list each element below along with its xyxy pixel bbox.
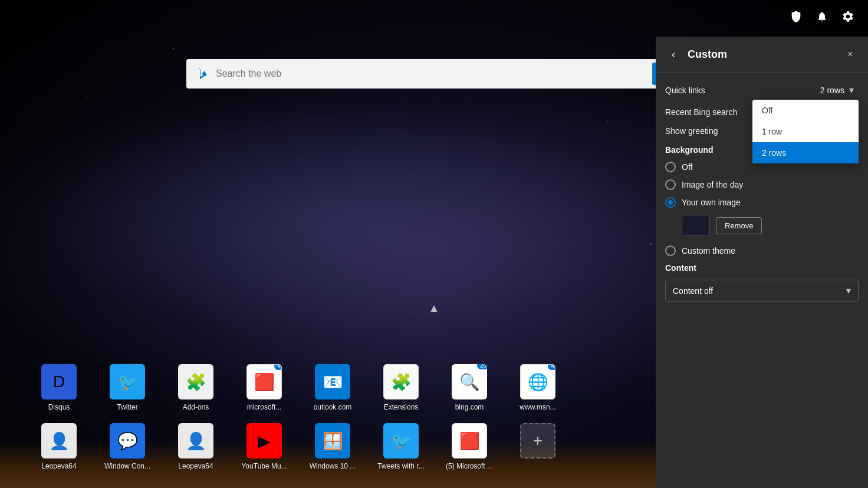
ql-icon-msn: 🌐4 — [520, 364, 555, 399]
ql-item-addons[interactable]: 🧩Add-ons — [166, 364, 225, 411]
collapse-arrow[interactable]: ▲ — [422, 301, 446, 315]
bg-customtheme-row[interactable]: Custom theme — [665, 245, 859, 256]
bg-off-label: Off — [682, 162, 692, 172]
bg-ownimage-label: Your own image — [682, 198, 741, 207]
quick-links-row: Quick links 2 rows ▾ Off 1 row 2 rows — [665, 82, 859, 98]
ql-label-microsoft: microsoft... — [247, 403, 282, 411]
quicklinks-row-2: 👤Leopeva64💬Window Con...👤Leopeva64▶YouTu… — [29, 423, 567, 470]
remove-button[interactable]: Remove — [716, 217, 762, 234]
ql-item-microsoft[interactable]: 🟥4microsoft... — [235, 364, 294, 411]
gear-icon[interactable] — [837, 6, 859, 27]
ql-label-windows10: Windows 10 ... — [310, 462, 356, 470]
ql-add-button[interactable]: + — [508, 423, 567, 470]
bg-imageday-radio[interactable] — [665, 179, 676, 190]
quick-links-label: Quick links — [665, 86, 816, 95]
ql-icon-youtube: ▶ — [246, 423, 282, 458]
ql-icon-tweets: 🐦 — [383, 423, 419, 458]
ql-label-msn: www.msn... — [520, 403, 555, 411]
ql-label-bing: bing.com — [455, 403, 484, 411]
add-icon: + — [520, 423, 555, 458]
content-label: Content — [665, 263, 859, 273]
top-bar — [776, 0, 868, 33]
ql-label-twitter: Twitter — [117, 403, 137, 411]
ql-label-extensions: Extensions — [384, 403, 419, 411]
ql-item-windows10[interactable]: 🪟Windows 10 ... — [303, 423, 362, 470]
ql-item-youtube[interactable]: ▶YouTube Mu... — [235, 423, 294, 470]
ql-icon-5microsoft: 🟥 — [452, 423, 487, 458]
quicklinks-row-1: DDisqus🐦Twitter🧩Add-ons🟥4microsoft...📧ou… — [29, 364, 567, 411]
ql-item-windowcon[interactable]: 💬Window Con... — [98, 423, 157, 470]
chevron-down-icon: ▾ — [849, 84, 854, 96]
ql-icon-microsoft: 🟥4 — [246, 364, 282, 399]
back-button[interactable]: ‹ — [665, 46, 682, 63]
bg-ownimage-radio[interactable] — [665, 197, 676, 208]
bg-customtheme-label: Custom theme — [682, 246, 735, 256]
ql-label-addons: Add-ons — [183, 403, 209, 411]
bg-imageday-row[interactable]: Image of the day — [665, 179, 859, 190]
search-bar — [186, 59, 682, 89]
quick-links-value: 2 rows — [820, 86, 844, 95]
ql-item-twitter[interactable]: 🐦Twitter — [98, 364, 157, 411]
dropdown-menu: Off 1 row 2 rows — [752, 100, 859, 163]
custom-panel: ‹ Custom × Quick links 2 rows ▾ Off 1 ro… — [656, 37, 868, 488]
bg-off-radio[interactable] — [665, 162, 676, 172]
panel-title: Custom — [688, 48, 842, 61]
ql-label-windowcon: Window Con... — [104, 462, 150, 470]
panel-header: ‹ Custom × — [656, 37, 868, 73]
ql-icon-disqus: D — [41, 364, 77, 399]
ql-icon-leopeva64: 👤 — [41, 423, 77, 458]
ql-icon-bing: 🔍20 — [452, 364, 487, 399]
ql-icon-windowcon: 💬 — [110, 423, 145, 458]
bell-icon[interactable] — [811, 6, 833, 27]
search-input[interactable] — [216, 68, 652, 79]
ql-item-bing[interactable]: 🔍20bing.com — [440, 364, 499, 411]
content-value: Content off — [673, 286, 846, 296]
bg-ownimage-row[interactable]: Your own image — [665, 197, 859, 208]
shield-icon[interactable] — [785, 6, 807, 27]
content-chevron-icon: ▾ — [846, 285, 851, 296]
ql-item-outlook[interactable]: 📧outlook.com — [303, 364, 362, 411]
ql-item-leopeva64b[interactable]: 👤Leopeva64 — [166, 423, 225, 470]
ql-icon-windows10: 🪟 — [315, 423, 350, 458]
ql-label-tweets: Tweets with r... — [377, 462, 424, 470]
ql-item-msn[interactable]: 🌐4www.msn... — [508, 364, 567, 411]
ql-icon-extensions: 🧩 — [383, 364, 419, 399]
dropdown-item-off[interactable]: Off — [752, 100, 859, 121]
dropdown-item-2rows[interactable]: 2 rows — [752, 142, 859, 163]
ql-item-tweets[interactable]: 🐦Tweets with r... — [371, 423, 430, 470]
ql-icon-leopeva64b: 👤 — [178, 423, 213, 458]
image-thumbnail-row: Remove — [682, 215, 859, 236]
panel-body: Quick links 2 rows ▾ Off 1 row 2 rows Re… — [656, 73, 868, 488]
ql-icon-outlook: 📧 — [315, 364, 350, 399]
ql-label-leopeva64: Leopeva64 — [41, 462, 76, 470]
content-section: Content Content off ▾ — [665, 263, 859, 302]
ql-label-5microsoft: (5) Microsoft ... — [446, 462, 493, 470]
bing-icon — [193, 65, 211, 83]
ql-label-leopeva64b: Leopeva64 — [178, 462, 213, 470]
ql-icon-addons: 🧩 — [178, 364, 213, 399]
dropdown-item-1row[interactable]: 1 row — [752, 121, 859, 142]
quick-links-dropdown[interactable]: 2 rows ▾ — [816, 82, 859, 98]
content-dropdown[interactable]: Content off ▾ — [665, 280, 859, 302]
ql-icon-twitter: 🐦 — [110, 364, 145, 399]
ql-item-extensions[interactable]: 🧩Extensions — [371, 364, 430, 411]
close-button[interactable]: × — [842, 46, 859, 63]
bg-imageday-label: Image of the day — [682, 180, 743, 189]
ql-label-youtube: YouTube Mu... — [241, 462, 287, 470]
ql-item-disqus[interactable]: DDisqus — [29, 364, 88, 411]
bg-customtheme-radio[interactable] — [665, 245, 676, 256]
ql-item-5microsoft[interactable]: 🟥(5) Microsoft ... — [440, 423, 499, 470]
ql-label-disqus: Disqus — [48, 403, 70, 411]
image-thumbnail — [682, 215, 710, 236]
ql-item-leopeva64[interactable]: 👤Leopeva64 — [29, 423, 88, 470]
ql-label-outlook: outlook.com — [314, 403, 352, 411]
